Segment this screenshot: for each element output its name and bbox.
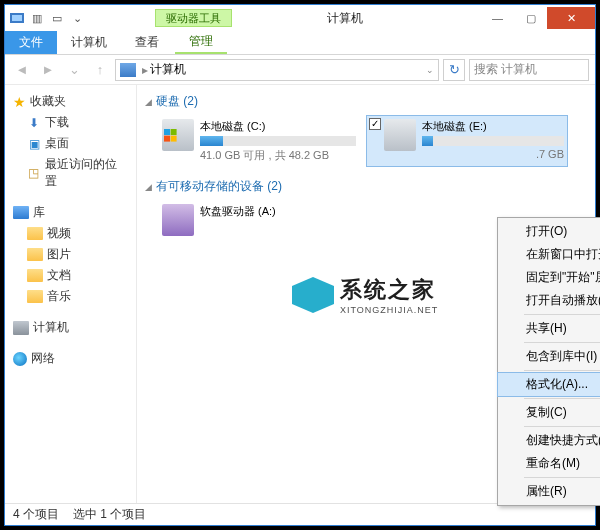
titlebar: ▥ ▭ ⌄ 驱动器工具 计算机 — ▢ ✕ <box>5 5 595 31</box>
floppy-icon <box>162 204 194 236</box>
menu-include-in-library[interactable]: 包含到库中(I)▶ <box>498 345 600 368</box>
menu-properties[interactable]: 属性(R) <box>498 480 600 503</box>
content-pane: ◢硬盘 (2) 本地磁盘 (C:) 41.0 GB 可用 , 共 48.2 GB… <box>137 85 595 503</box>
address-dropdown-icon[interactable]: ⌄ <box>426 65 434 75</box>
menu-pin-to-start[interactable]: 固定到"开始"屏幕(P) <box>498 266 600 289</box>
selection-checkbox[interactable]: ✓ <box>369 118 381 130</box>
menu-separator <box>524 426 600 427</box>
computer-icon <box>120 63 136 77</box>
system-icon[interactable] <box>9 10 25 26</box>
collapse-icon: ◢ <box>145 97 152 107</box>
search-input[interactable]: 搜索 计算机 <box>469 59 589 81</box>
sidebar-label: 最近访问的位置 <box>45 156 128 190</box>
menu-open[interactable]: 打开(O) <box>498 220 600 243</box>
sidebar-desktop[interactable]: ▣桌面 <box>5 133 136 154</box>
menu-label: 共享(H) <box>526 321 567 335</box>
qat-properties-icon[interactable]: ▥ <box>29 10 45 26</box>
watermark-logo-icon <box>292 277 334 313</box>
star-icon: ★ <box>13 94 26 110</box>
section-label: 硬盘 (2) <box>156 93 198 110</box>
library-icon <box>13 206 29 219</box>
ribbon-tabs: 文件 计算机 查看 管理 <box>5 31 595 55</box>
menu-rename[interactable]: 重命名(M) <box>498 452 600 475</box>
context-menu: 打开(O) 在新窗口中打开(E) 固定到"开始"屏幕(P) 打开自动播放(Y).… <box>497 217 600 506</box>
drive-a[interactable]: 软盘驱动器 (A:) <box>159 201 359 239</box>
sidebar-recent[interactable]: ◳最近访问的位置 <box>5 154 136 192</box>
sidebar-documents[interactable]: 文档 <box>5 265 136 286</box>
folder-icon <box>27 248 43 261</box>
sidebar-label: 视频 <box>47 225 71 242</box>
quick-access-toolbar: ▥ ▭ ⌄ <box>5 10 85 26</box>
network-icon <box>13 352 27 366</box>
menu-autoplay[interactable]: 打开自动播放(Y)... <box>498 289 600 312</box>
qat-dropdown-icon[interactable]: ⌄ <box>69 10 85 26</box>
drive-e[interactable]: ✓ 本地磁盘 (E:) .7 GB <box>367 116 567 166</box>
drive-label: 软盘驱动器 (A:) <box>200 204 356 219</box>
contextual-tools-label: 驱动器工具 <box>155 9 232 27</box>
sidebar-favorites[interactable]: ★收藏夹 <box>5 91 136 112</box>
drive-free-text: 41.0 GB 可用 , 共 48.2 GB <box>200 148 356 163</box>
back-button[interactable]: ◄ <box>11 59 33 81</box>
menu-copy[interactable]: 复制(C) <box>498 401 600 424</box>
menu-create-shortcut[interactable]: 创建快捷方式(S) <box>498 429 600 452</box>
breadcrumb[interactable]: 计算机 <box>150 61 186 78</box>
drive-label: 本地磁盘 (C:) <box>200 119 356 134</box>
qat-new-folder-icon[interactable]: ▭ <box>49 10 65 26</box>
tab-view[interactable]: 查看 <box>121 31 173 54</box>
section-removable[interactable]: ◢有可移动存储的设备 (2) <box>145 176 587 197</box>
section-hard-disks[interactable]: ◢硬盘 (2) <box>145 91 587 112</box>
up-button[interactable]: ↑ <box>89 59 111 81</box>
tab-manage[interactable]: 管理 <box>175 31 227 54</box>
sidebar-computer[interactable]: 计算机 <box>5 317 136 338</box>
download-icon: ⬇ <box>27 116 41 130</box>
recent-icon: ◳ <box>27 166 41 180</box>
sidebar-music[interactable]: 音乐 <box>5 286 136 307</box>
close-button[interactable]: ✕ <box>547 7 595 29</box>
breadcrumb-chevron-icon: ▸ <box>142 63 148 77</box>
menu-label: 包含到库中(I) <box>526 349 597 363</box>
sidebar-label: 收藏夹 <box>30 93 66 110</box>
forward-button[interactable]: ► <box>37 59 59 81</box>
desktop-icon: ▣ <box>27 137 41 151</box>
sidebar-videos[interactable]: 视频 <box>5 223 136 244</box>
sidebar-network[interactable]: 网络 <box>5 348 136 369</box>
menu-separator <box>524 314 600 315</box>
sidebar-label: 网络 <box>31 350 55 367</box>
menu-separator <box>524 370 600 371</box>
refresh-button[interactable]: ↻ <box>443 59 465 81</box>
svg-rect-1 <box>12 15 22 21</box>
folder-icon <box>27 269 43 282</box>
menu-open-new-window[interactable]: 在新窗口中打开(E) <box>498 243 600 266</box>
maximize-button[interactable]: ▢ <box>514 7 547 29</box>
drive-icon <box>384 119 416 151</box>
sidebar-label: 桌面 <box>45 135 69 152</box>
status-selected-count: 选中 1 个项目 <box>73 506 146 523</box>
minimize-button[interactable]: — <box>481 7 514 29</box>
capacity-bar <box>200 136 356 146</box>
sidebar-label: 计算机 <box>33 319 69 336</box>
folder-icon <box>27 227 43 240</box>
status-bar: 4 个项目 选中 1 个项目 <box>5 503 595 525</box>
window-buttons: — ▢ ✕ <box>481 7 595 29</box>
menu-separator <box>524 477 600 478</box>
address-bar[interactable]: ▸ 计算机 ⌄ <box>115 59 439 81</box>
tab-computer[interactable]: 计算机 <box>57 31 121 54</box>
explorer-window: ▥ ▭ ⌄ 驱动器工具 计算机 — ▢ ✕ 文件 计算机 查看 管理 ◄ ► ⌄… <box>4 4 596 526</box>
menu-share[interactable]: 共享(H)▶ <box>498 317 600 340</box>
watermark-brand: 系统之家 <box>340 275 438 305</box>
collapse-icon: ◢ <box>145 182 152 192</box>
drive-free-text: .7 GB <box>422 148 564 160</box>
sidebar-label: 库 <box>33 204 45 221</box>
drive-icon <box>162 119 194 151</box>
sidebar-pictures[interactable]: 图片 <box>5 244 136 265</box>
tab-file[interactable]: 文件 <box>5 31 57 54</box>
computer-icon <box>13 321 29 335</box>
sidebar-downloads[interactable]: ⬇下载 <box>5 112 136 133</box>
drive-c[interactable]: 本地磁盘 (C:) 41.0 GB 可用 , 共 48.2 GB <box>159 116 359 166</box>
menu-format[interactable]: 格式化(A)... <box>498 373 600 396</box>
history-dropdown[interactable]: ⌄ <box>63 59 85 81</box>
sidebar-libraries[interactable]: 库 <box>5 202 136 223</box>
section-label: 有可移动存储的设备 (2) <box>156 178 282 195</box>
menu-separator <box>524 398 600 399</box>
status-item-count: 4 个项目 <box>13 506 59 523</box>
